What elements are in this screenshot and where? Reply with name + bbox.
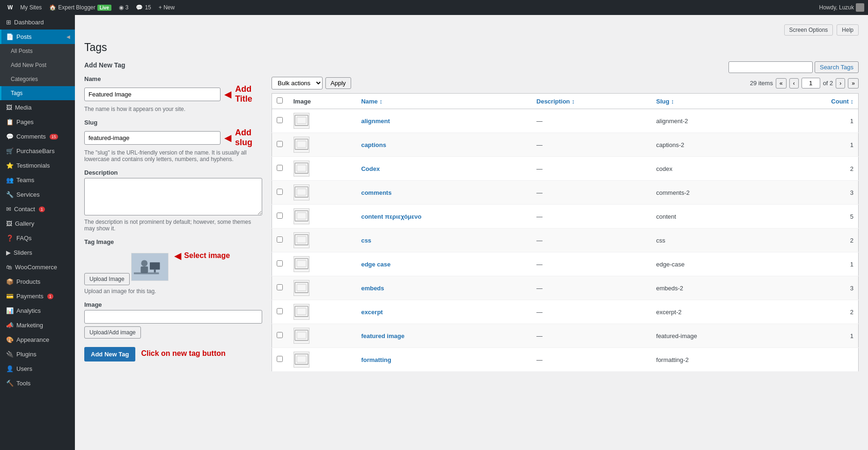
tag-name[interactable]: css — [361, 237, 371, 244]
col-slug[interactable]: Slug ↕ — [652, 94, 778, 109]
media-icon: 🖼 — [6, 104, 12, 111]
sidebar-item-sliders[interactable]: ▶ Sliders — [0, 245, 75, 260]
sidebar-item-testimonials[interactable]: ⭐ Testimonials — [0, 158, 75, 173]
sidebar-item-comments[interactable]: 💬 Comments 15 — [0, 129, 75, 144]
sidebar-item-dashboard[interactable]: ⊞ Dashboard — [0, 15, 75, 30]
new-item[interactable]: + New — [155, 0, 178, 15]
svg-rect-22 — [297, 236, 306, 243]
sidebar-item-products[interactable]: 📦 Products — [0, 274, 75, 289]
sidebar-item-faqs[interactable]: ❓ FAQs — [0, 231, 75, 245]
my-sites[interactable]: My Sites — [16, 0, 45, 15]
sidebar-item-add-new-post[interactable]: Add New Post — [0, 58, 75, 72]
apply-button[interactable]: Apply — [325, 77, 351, 89]
sidebar-item-services[interactable]: 🔧 Services — [0, 187, 75, 202]
tag-name[interactable]: excerpt — [361, 309, 383, 316]
last-page-button[interactable]: » — [848, 78, 859, 89]
screen-options-button[interactable]: Screen Options — [784, 24, 833, 36]
row-checkbox[interactable] — [277, 356, 283, 362]
tag-image-preview — [131, 253, 169, 281]
sidebar-item-analytics[interactable]: 📊 Analytics — [0, 303, 75, 318]
sidebar-item-purchasebars[interactable]: 🛒 PurchaseBars — [0, 144, 75, 158]
help-button[interactable]: Help — [837, 24, 859, 36]
tag-name[interactable]: featured image — [361, 332, 404, 339]
sidebar-item-tools[interactable]: 🔨 Tools — [0, 376, 75, 391]
row-checkbox[interactable] — [277, 165, 283, 171]
sidebar-item-contact[interactable]: ✉ Contact 1 — [0, 202, 75, 216]
svg-rect-37 — [297, 356, 306, 362]
sidebar-item-posts[interactable]: 📄 Posts ◀ — [0, 30, 75, 44]
comments-count[interactable]: 💬 15 — [132, 0, 154, 15]
testimonials-icon: ⭐ — [6, 162, 14, 169]
row-checkbox[interactable] — [277, 284, 283, 290]
col-name[interactable]: Name ↕ — [356, 94, 531, 109]
sidebar-item-teams[interactable]: 👥 Teams — [0, 173, 75, 187]
top-controls: Screen Options Help — [84, 24, 859, 36]
description-textarea[interactable] — [84, 178, 262, 215]
tag-slug: featured-image — [652, 324, 778, 348]
row-checkbox[interactable] — [277, 213, 283, 219]
search-tags-input[interactable] — [728, 61, 813, 73]
wp-logo[interactable]: W — [4, 0, 16, 15]
tag-slug: alignment-2 — [652, 109, 778, 133]
table-row: formatting — formatting-2 — [272, 348, 859, 372]
upload-image-button[interactable]: Upload Image — [84, 273, 130, 285]
tag-name[interactable]: alignment — [361, 118, 390, 125]
next-page-button[interactable]: › — [836, 78, 845, 89]
prev-page-button[interactable]: ‹ — [789, 78, 799, 89]
bulk-actions-select[interactable]: Bulk actions — [272, 77, 323, 89]
sidebar-item-tags[interactable]: Tags — [0, 86, 75, 100]
page-number-input[interactable] — [802, 78, 820, 89]
sidebar-item-categories[interactable]: Categories — [0, 72, 75, 86]
sidebar-menu: ⊞ Dashboard 📄 Posts ◀ All Posts Add New … — [0, 15, 75, 391]
sidebar-item-plugins[interactable]: 🔌 Plugins — [0, 347, 75, 361]
toolbar-left: Bulk actions Apply — [272, 77, 351, 89]
tag-slug: comments-2 — [652, 181, 778, 205]
tag-name[interactable]: content περιεχόμενο — [361, 213, 421, 220]
add-new-tag-button[interactable]: Add New Tag — [84, 347, 135, 361]
row-checkbox[interactable] — [277, 308, 283, 314]
row-checkbox[interactable] — [277, 117, 283, 123]
tag-name[interactable]: edge case — [361, 261, 390, 268]
search-tags-button[interactable]: Search Tags — [815, 61, 859, 73]
upload-add-image-button[interactable]: Upload/Add image — [84, 326, 141, 339]
revisions-count[interactable]: ◉ 3 — [115, 0, 132, 15]
sidebar-item-payments[interactable]: 💳 Payments 1 — [0, 289, 75, 303]
col-count[interactable]: Count ↕ — [778, 94, 859, 109]
table-row: css — css 2 — [272, 229, 859, 252]
sidebar-item-appearance[interactable]: 🎨 Appearance — [0, 332, 75, 347]
row-checkbox[interactable] — [277, 332, 283, 338]
add-title-annotation: Add Title — [235, 84, 262, 104]
name-col-label: Name ↕ — [361, 98, 383, 105]
main-content: Screen Options Help Tags Add New Tag Nam… — [75, 15, 868, 450]
tag-name[interactable]: comments — [361, 189, 391, 196]
sidebar-item-pages[interactable]: 📋 Pages — [0, 115, 75, 129]
sidebar-item-woocommerce[interactable]: 🛍 WooCommerce — [0, 260, 75, 274]
sidebar-item-media[interactable]: 🖼 Media — [0, 100, 75, 115]
tag-name[interactable]: Codex — [361, 165, 380, 172]
image-input[interactable] — [84, 310, 262, 324]
site-name[interactable]: 🏠 Expert Blogger Live — [45, 0, 115, 15]
name-input[interactable] — [84, 88, 221, 101]
sidebar-item-marketing[interactable]: 📣 Marketing — [0, 318, 75, 332]
sidebar-item-all-posts[interactable]: All Posts — [0, 44, 75, 58]
row-checkbox[interactable] — [277, 141, 283, 147]
count-col-label: Count ↕ — [831, 98, 853, 105]
name-hint: The name is how it appears on your site. — [84, 106, 262, 112]
sidebar-item-gallery[interactable]: 🖼 Gallery — [0, 216, 75, 231]
media-label: Media — [15, 104, 31, 111]
row-checkbox[interactable] — [277, 236, 283, 243]
slug-input[interactable] — [84, 131, 221, 145]
tag-name[interactable]: captions — [361, 141, 386, 148]
tag-slug: formatting-2 — [652, 348, 778, 372]
click-button-annotation: Click on new tag button — [141, 349, 225, 358]
first-page-button[interactable]: « — [776, 78, 787, 89]
tag-name[interactable]: embeds — [361, 285, 384, 292]
sidebar-item-users[interactable]: 👤 Users — [0, 361, 75, 376]
row-checkbox[interactable] — [277, 260, 283, 266]
col-description[interactable]: Description ↕ — [532, 94, 652, 109]
select-all-checkbox[interactable] — [277, 97, 283, 103]
row-checkbox[interactable] — [277, 189, 283, 195]
tag-name[interactable]: formatting — [361, 356, 391, 363]
avatar — [856, 3, 864, 12]
comments-nav-label: Comments — [16, 133, 46, 140]
